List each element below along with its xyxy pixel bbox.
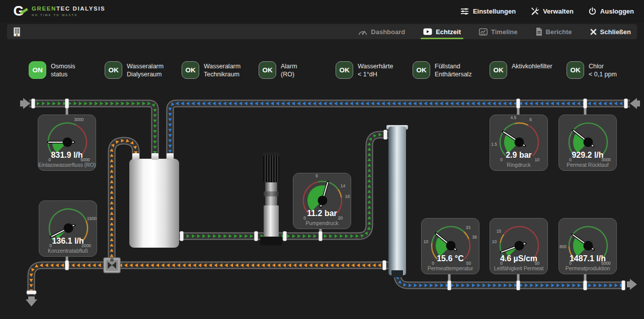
tab-label: Echtzeit (436, 28, 461, 36)
svg-text:4.5: 4.5 (510, 115, 516, 120)
tank-port-concentrate (132, 153, 139, 160)
status-badge-label: Chlor < 0,1 ppm (589, 62, 644, 79)
gauge-value: 4.6 µS/cm (490, 254, 547, 263)
menu-label: Ausloggen (600, 8, 634, 15)
gauge-title: Permeatproduktion (559, 265, 616, 271)
pipe-coupling (584, 281, 587, 290)
gauge-card-0: 030005000831.9 l/hEinlasswasserfluss (RO… (38, 115, 96, 171)
gauge-value: 11.2 bar (293, 209, 351, 218)
svg-text:6: 6 (529, 117, 532, 122)
tab-label: Timeline (491, 28, 518, 36)
status-badge-label: Wasseralarm Technikraum (204, 62, 260, 79)
status-badge-label: Wasseralarm Dialyseraum (127, 62, 183, 79)
menu-item-verwalten[interactable]: Verwalten (531, 7, 574, 15)
pipe-permeate-out (395, 274, 625, 287)
chart-icon (479, 28, 488, 36)
pipe-coupling (319, 232, 323, 241)
tank-port-permeate-return (167, 153, 174, 160)
gauge-card-7: 080050001487.1 l/hPermeatproduktion (558, 218, 617, 274)
status-badge-ok-4: OK (336, 61, 353, 79)
tab-berichte[interactable]: Berichte (536, 24, 572, 39)
status-badge-label: Wasserhärte < 1°dH (358, 62, 414, 79)
flow-out-arrow-drain (26, 296, 37, 306)
tools-icon (531, 7, 539, 15)
top-menu: EinstellungenVerwaltenAusloggen (460, 7, 634, 15)
tab-label: Berichte (546, 28, 572, 36)
flow-in-arrow-feed (20, 98, 30, 109)
gauge-title: Einlasswasserfluss (RO) (38, 162, 96, 168)
gauge-card-6: 01015504.6 µS/cmLeitfähigkeit Permeat (490, 218, 548, 274)
pipe-coupling (27, 291, 36, 294)
status-badge-ok-2: OK (182, 61, 199, 79)
svg-text:800: 800 (559, 244, 567, 249)
pipe-coupling (65, 261, 69, 270)
menu-label: Einstellungen (473, 8, 516, 15)
svg-text:9: 9 (315, 173, 318, 178)
break-tank (129, 159, 179, 248)
svg-text:3000: 3000 (74, 117, 84, 122)
svg-text:1500: 1500 (87, 216, 97, 221)
building-icon[interactable] (13, 27, 21, 37)
gauge-card-4: 03000929.2 l/hPermeat Rücklauf (558, 115, 617, 171)
close-icon (590, 29, 597, 35)
pipe-coupling (255, 232, 258, 241)
svg-text:14: 14 (341, 183, 346, 188)
ro-membrane-column (388, 127, 406, 275)
pipe-coupling (517, 281, 520, 290)
pipe-coupling (384, 130, 387, 140)
sliders-icon (460, 8, 469, 15)
brand-name-green: GREEN (32, 6, 56, 12)
tab-echtzeit[interactable]: Echtzeit (423, 24, 461, 39)
menu-item-ausloggen[interactable]: Ausloggen (589, 7, 634, 15)
brand-name-rest: TEC DIALYSIS (56, 6, 105, 12)
pump-base (260, 237, 282, 245)
gauge-card-1: 015002000136.1 l/hKonzentratabfluß (39, 200, 97, 257)
report-icon (536, 28, 542, 36)
status-badge-ok-7: OK (567, 61, 584, 79)
svg-text:15: 15 (497, 229, 502, 234)
pressure-pump (260, 152, 282, 245)
pipe-coupling (32, 99, 35, 109)
pipe-process-feed (179, 133, 388, 238)
gauge-title: Permeat Rücklauf (559, 162, 616, 168)
gauge-card-5: 01033385015.6 °CPermeattemperatur (421, 218, 479, 274)
view-toolbar: DashboardEchtzeitTimelineBerichteSchließ… (7, 24, 637, 39)
pipe-coupling (624, 99, 628, 109)
status-badge-ok-6: OK (490, 61, 507, 79)
svg-text:38: 38 (472, 235, 477, 240)
tab-timeline[interactable]: Timeline (479, 24, 518, 39)
brand-name: GREENTEC DIALYSIS (32, 6, 105, 13)
pipe-concentrate-drain (29, 263, 388, 295)
status-badge-label: Osmosis status (51, 62, 107, 79)
brand-logo-icon: G (10, 4, 27, 19)
flow-out-arrow-permeate (627, 279, 637, 290)
tab-schliessen[interactable]: Schließen (590, 24, 631, 39)
status-badge-label: Füllstand Enthärtersalz (435, 62, 491, 79)
play-icon (423, 28, 432, 35)
status-badge-label: Alarm (RO) (281, 62, 337, 79)
power-icon (589, 7, 596, 15)
svg-text:10: 10 (424, 239, 429, 244)
status-badge-ok-1: OK (105, 61, 122, 79)
gauge-title: Konzentratabfluß (39, 248, 97, 254)
gauge-title: Permeattemperatur (422, 265, 479, 271)
gauge-value: 136.1 l/h (39, 237, 97, 246)
valve-junction (104, 258, 120, 273)
status-badge-on-0: ON (29, 61, 46, 79)
pipe-coupling (180, 232, 184, 241)
status-badge-ok-3: OK (259, 61, 276, 79)
pipe-coupling (622, 281, 625, 290)
pump-band (264, 191, 279, 196)
ro-column-foot (391, 270, 403, 277)
gauge-title: Leitfähigkeit Permeat (490, 265, 547, 271)
svg-text:10: 10 (492, 239, 497, 244)
menu-item-einstellungen[interactable]: Einstellungen (460, 7, 516, 15)
gauge-value: 2.9 bar (490, 151, 547, 160)
tab-dashboard[interactable]: Dashboard (358, 24, 405, 39)
brand-tagline: NO TIME TO WASTE (32, 14, 105, 17)
svg-text:1.5: 1.5 (491, 142, 497, 147)
view-tabs: DashboardEchtzeitTimelineBerichteSchließ… (358, 24, 631, 39)
brand-logo: G GREENTEC DIALYSIS NO TIME TO WASTE (10, 4, 105, 19)
tank-port-feed (151, 153, 158, 160)
gauge-icon (358, 28, 367, 35)
